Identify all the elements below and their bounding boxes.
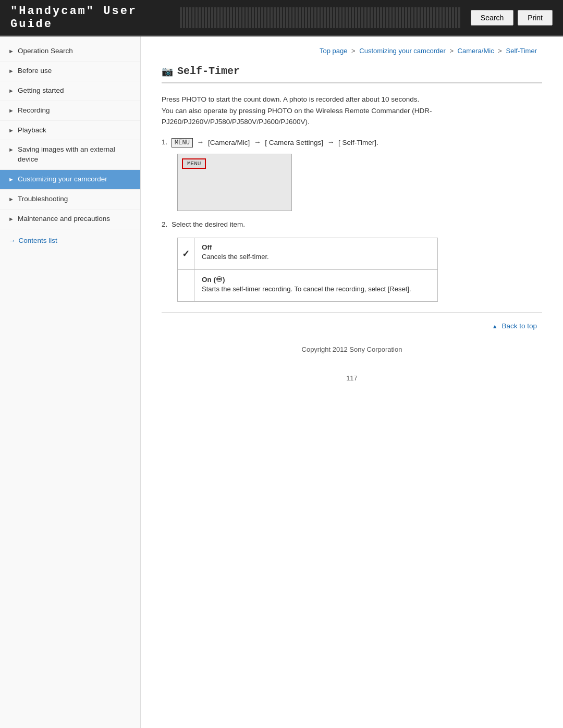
options-table: ✓ Off Cancels the self-timer. On (♾) Sta… <box>177 238 438 302</box>
sidebar-item-label: Playback <box>18 126 46 135</box>
sidebar-item-label: Troubleshooting <box>18 194 68 204</box>
step1-num: 1. <box>162 138 167 146</box>
option-desc-on: Starts the self-timer recording. To canc… <box>202 285 430 293</box>
sidebar-item-label: Saving images with an external device <box>18 145 134 165</box>
sidebar-item-operation-search[interactable]: ► Operation Search <box>0 42 140 61</box>
menu-screenshot: MENU <box>177 154 292 211</box>
option-row-off: ✓ Off Cancels the self-timer. <box>178 238 437 270</box>
arrow-icon: ► <box>8 47 14 55</box>
sidebar-item-before-use[interactable]: ► Before use <box>0 61 140 81</box>
header-buttons: Search Print <box>471 10 553 26</box>
menu-screenshot-btn: MENU <box>182 158 206 169</box>
sidebar-item-label: Maintenance and precautions <box>18 214 110 224</box>
arrow-icon: ► <box>8 215 14 223</box>
step1-part1: [Camera/Mic] <box>208 138 250 146</box>
step1-part3: [ Self-Timer]. <box>338 138 378 146</box>
sidebar-item-recording[interactable]: ► Recording <box>0 101 140 121</box>
page-number: 117 <box>162 369 542 387</box>
sidebar-item-label: Before use <box>18 66 52 76</box>
arrow-icon: ► <box>8 67 14 75</box>
header: "Handycam" User Guide Search Prin <box>0 0 563 36</box>
header-decoration <box>180 0 460 35</box>
back-to-top-label: Back to top <box>501 322 537 330</box>
option-label-off: Off <box>202 243 430 251</box>
step1-part2: [ Camera Settings] <box>265 138 323 146</box>
breadcrumb-top-page[interactable]: Top page <box>320 47 348 55</box>
menu-button-label: MENU <box>172 138 193 147</box>
sidebar-item-label: Customizing your camcorder <box>18 175 107 184</box>
option-content-off: Off Cancels the self-timer. <box>194 238 437 269</box>
arrow-icon: ► <box>8 127 14 134</box>
option-row-on: On (♾) Starts the self-timer recording. … <box>178 270 437 301</box>
page-title-row: 📷 Self-Timer <box>162 65 542 83</box>
sidebar-item-label: Operation Search <box>18 46 73 56</box>
option-check-on <box>178 270 194 301</box>
app-title: "Handycam" User Guide <box>10 5 169 31</box>
breadcrumb-self-timer[interactable]: Self-Timer <box>506 47 537 55</box>
description-line2: You can also operate by pressing PHOTO o… <box>162 105 542 128</box>
sidebar-item-label: Recording <box>18 106 50 116</box>
content-description: Press PHOTO to start the count down. A p… <box>162 94 542 128</box>
sidebar-item-troubleshooting[interactable]: ► Troubleshooting <box>0 190 140 209</box>
arrow-icon: ► <box>8 195 14 203</box>
breadcrumb-sep1: > <box>351 47 356 55</box>
flow-arrow1: → <box>197 138 204 146</box>
back-to-top-link[interactable]: ▲ Back to top <box>492 322 537 330</box>
breadcrumb-sep2: > <box>449 47 454 55</box>
sidebar-item-maintenance[interactable]: ► Maintenance and precautions <box>0 209 140 229</box>
back-to-top-row: ▲ Back to top <box>162 312 542 335</box>
sidebar-item-playback[interactable]: ► Playback <box>0 121 140 141</box>
option-check-off: ✓ <box>178 238 194 269</box>
print-button[interactable]: Print <box>518 10 553 26</box>
step-1: 1. MENU → [Camera/Mic] → [ Camera Settin… <box>162 138 542 147</box>
arrow-icon: ► <box>8 107 14 115</box>
sidebar-item-saving-images[interactable]: ► Saving images with an external device <box>0 140 140 170</box>
flow-arrow2: → <box>254 138 261 146</box>
sidebar-item-label: Getting started <box>18 86 64 96</box>
main-content: Top page > Customizing your camcorder > … <box>141 36 563 728</box>
arrow-icon: ► <box>8 146 14 154</box>
option-label-on: On (♾) <box>202 275 430 283</box>
footer: Copyright 2012 Sony Corporation <box>162 335 542 369</box>
page-title: Self-Timer <box>177 65 240 77</box>
page-layout: ► Operation Search ► Before use ► Gettin… <box>0 36 563 728</box>
step2-text: Select the desired item. <box>172 220 245 228</box>
step2-num: 2. <box>162 220 167 228</box>
contents-list-label: Contents list <box>19 237 57 244</box>
copyright-text: Copyright 2012 Sony Corporation <box>302 346 402 353</box>
breadcrumb: Top page > Customizing your camcorder > … <box>162 47 542 55</box>
back-to-top-triangle-icon: ▲ <box>492 323 498 329</box>
sidebar-item-customizing[interactable]: ► Customizing your camcorder <box>0 170 140 190</box>
option-desc-off: Cancels the self-timer. <box>202 253 430 261</box>
sidebar-item-getting-started[interactable]: ► Getting started <box>0 81 140 101</box>
breadcrumb-sep3: > <box>498 47 502 55</box>
arrow-icon: ► <box>8 176 14 183</box>
arrow-right-icon: → <box>8 237 16 244</box>
breadcrumb-customizing[interactable]: Customizing your camcorder <box>359 47 445 55</box>
breadcrumb-camera-mic[interactable]: Camera/Mic <box>458 47 494 55</box>
description-line1: Press PHOTO to start the count down. A p… <box>162 94 542 105</box>
flow-arrow3: → <box>327 138 335 146</box>
sidebar: ► Operation Search ► Before use ► Gettin… <box>0 36 141 728</box>
contents-list-link[interactable]: → Contents list <box>0 229 140 252</box>
arrow-icon: ► <box>8 87 14 95</box>
camera-icon: 📷 <box>162 66 173 77</box>
step-2: 2. Select the desired item. <box>162 220 542 228</box>
option-content-on: On (♾) Starts the self-timer recording. … <box>194 270 437 301</box>
search-button[interactable]: Search <box>471 10 513 26</box>
